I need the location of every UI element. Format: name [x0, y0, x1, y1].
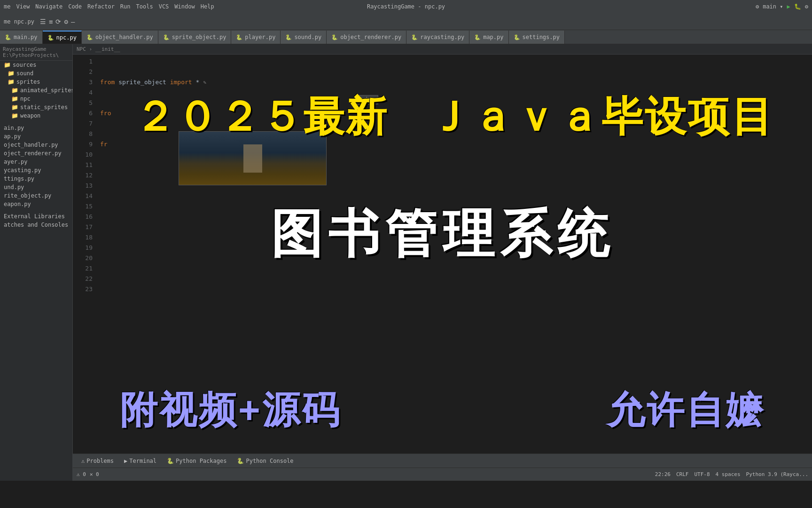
sidebar-item-animated-sprites[interactable]: 📁 animated_sprites — [0, 86, 72, 95]
folder-icon: 📁 — [4, 62, 11, 68]
menu-help[interactable]: Help — [201, 3, 214, 10]
status-indent: 4 spaces — [716, 471, 741, 477]
tab-object-renderer[interactable]: 🐍 object_renderer.py — [327, 31, 406, 44]
sidebar-file-sound[interactable]: und.py — [0, 183, 72, 191]
sidebar-item-weapon[interactable]: 📁 weapon — [0, 111, 72, 120]
menu-vcs[interactable]: VCS — [159, 3, 169, 10]
settings-button[interactable]: ⚙ — [805, 3, 808, 10]
toolbar: me npc.py ☰ ≡ ⟳ ⚙ — — [0, 13, 812, 30]
py-icon: 🐍 — [331, 34, 338, 40]
title-bar: me View Navigate Code Refactor Run Tools… — [0, 0, 812, 13]
sidebar-file-main[interactable]: ain.py — [0, 124, 72, 132]
sidebar-file-player[interactable]: ayer.py — [0, 158, 72, 166]
sidebar-file-settings[interactable]: ttings.py — [0, 175, 72, 183]
tab-player[interactable]: 🐍 player.py — [231, 31, 281, 44]
sidebar-label: sprites — [16, 79, 40, 85]
run-button[interactable]: ▶ — [787, 3, 790, 10]
tab-label: object_renderer.py — [340, 34, 401, 40]
menu-bar[interactable]: me View Navigate Code Refactor Run Tools… — [4, 3, 214, 10]
breadcrumb-text: NPC › __init__ — [77, 46, 120, 52]
folder-icon: 📁 — [11, 104, 18, 111]
python-packages-icon: 🐍 — [167, 458, 174, 464]
user-config[interactable]: ⚙ — [756, 3, 759, 10]
problems-label: Problems — [86, 458, 114, 464]
sidebar-file-ap[interactable]: ap.py — [0, 132, 72, 141]
game-preview — [179, 131, 327, 185]
tab-python-packages[interactable]: 🐍 Python Packages — [162, 456, 231, 466]
sidebar-file-raycasting[interactable]: ycasting.py — [0, 166, 72, 175]
python-packages-label: Python Packages — [176, 458, 226, 464]
tab-sound[interactable]: 🐍 sound.py — [281, 31, 327, 44]
problems-icon: ⚠ — [81, 458, 85, 464]
icon-refresh[interactable]: ⟳ — [55, 18, 61, 25]
tab-main-py[interactable]: 🐍 main.py — [0, 31, 43, 44]
menu-me[interactable]: me — [4, 3, 10, 10]
menu-navigate[interactable]: Navigate — [35, 3, 62, 10]
tab-map[interactable]: 🐍 map.py — [469, 31, 508, 44]
tab-label: map.py — [483, 34, 503, 40]
code-editor[interactable]: 12345 678910 1112131415 1617181920 21222… — [73, 55, 812, 481]
tab-label: sound.py — [294, 34, 321, 40]
sidebar-item-sound[interactable]: 📁 sound — [0, 69, 72, 78]
icon-minus[interactable]: — — [71, 18, 75, 25]
tab-settings[interactable]: 🐍 settings.py — [509, 31, 565, 44]
sidebar-file-weapon[interactable]: eapon.py — [0, 200, 72, 208]
tab-python-console[interactable]: 🐍 Python Console — [232, 456, 298, 466]
title-bar-right: ⚙ main ▾ ▶ 🐛 ⚙ — [756, 3, 808, 10]
tab-label: object_handler.py — [95, 34, 153, 40]
icon-structure[interactable]: ☰ — [40, 18, 46, 25]
sidebar-label: npc — [20, 95, 31, 102]
tab-problems[interactable]: ⚠ Problems — [77, 456, 118, 466]
sidebar-label: static_sprites — [20, 104, 68, 111]
menu-run[interactable]: Run — [120, 3, 131, 10]
sidebar-item-sprites[interactable]: 📁 sprites — [0, 78, 72, 86]
sidebar-item-external-libs[interactable]: External Libraries — [0, 212, 72, 221]
tab-label: player.py — [245, 34, 275, 40]
folder-icon: 📁 — [11, 87, 18, 94]
status-charset: UTF-8 — [694, 471, 710, 477]
menu-view[interactable]: View — [16, 3, 30, 10]
menu-refactor[interactable]: Refactor — [87, 3, 115, 10]
code-content[interactable]: from sprite_object import * ✎ fro fr — [96, 55, 812, 481]
py-icon: 🐍 — [5, 34, 11, 40]
folder-icon: 📁 — [8, 70, 15, 77]
sidebar-item-scratches[interactable]: atches and Consoles — [0, 221, 72, 229]
tab-label: main.py — [14, 34, 38, 40]
py-icon: 🐍 — [86, 34, 93, 40]
tab-terminal[interactable]: ▶ Terminal — [119, 456, 161, 466]
sidebar-label: animated_sprites — [20, 87, 73, 94]
tab-label: settings.py — [523, 34, 560, 40]
menu-window[interactable]: Window — [174, 3, 195, 10]
project-label: me npc.py — [4, 18, 34, 25]
autocomplete-popup[interactable]: hoice — [355, 95, 378, 104]
tab-label: raycasting.py — [420, 34, 464, 40]
sidebar-item-static-sprites[interactable]: 📁 static_sprites — [0, 103, 72, 111]
sidebar-item-sources[interactable]: 📁 sources — [0, 61, 72, 69]
icon-settings[interactable]: ⚙ — [64, 18, 68, 25]
sidebar-label: sources — [13, 62, 37, 68]
toolbar-icons: ☰ ≡ ⟳ ⚙ — — [40, 18, 75, 25]
tab-raycasting[interactable]: 🐍 raycasting.py — [406, 31, 469, 44]
status-errors: ✕ 0 — [90, 471, 99, 477]
menu-tools[interactable]: Tools — [136, 3, 153, 10]
menu-code[interactable]: Code — [68, 3, 82, 10]
tab-object-handler[interactable]: 🐍 object_handler.py — [82, 31, 158, 44]
tab-bar: 🐍 main.py 🐍 npc.py 🐍 object_handler.py 🐍… — [0, 30, 812, 44]
tab-sprite-object[interactable]: 🐍 sprite_object.py — [158, 31, 232, 44]
tab-npc-py[interactable]: 🐍 npc.py — [43, 31, 82, 44]
status-right: 22:26 CRLF UTF-8 4 spaces Python 3.9 (Ra… — [655, 471, 808, 477]
sidebar-label: atches and Consoles — [4, 222, 68, 228]
py-icon: 🐍 — [285, 34, 292, 40]
sidebar-file-object-handler[interactable]: oject_handler.py — [0, 141, 72, 149]
icon-list[interactable]: ≡ — [49, 18, 53, 25]
debug-button[interactable]: 🐛 — [794, 3, 801, 10]
sidebar-file-sprite-object[interactable]: rite_object.py — [0, 191, 72, 200]
run-config-title[interactable]: main ▾ — [763, 3, 783, 10]
sidebar-header: RaycastingGame E:\PythonProjects\ — [0, 44, 72, 61]
main-layout: RaycastingGame E:\PythonProjects\ 📁 sour… — [0, 44, 812, 481]
status-position: 22:26 — [655, 471, 671, 477]
folder-icon: 📁 — [11, 95, 18, 102]
py-icon: 🐍 — [163, 34, 170, 40]
sidebar-file-object-renderer[interactable]: oject_renderer.py — [0, 149, 72, 158]
sidebar-item-npc[interactable]: 📁 npc — [0, 95, 72, 103]
